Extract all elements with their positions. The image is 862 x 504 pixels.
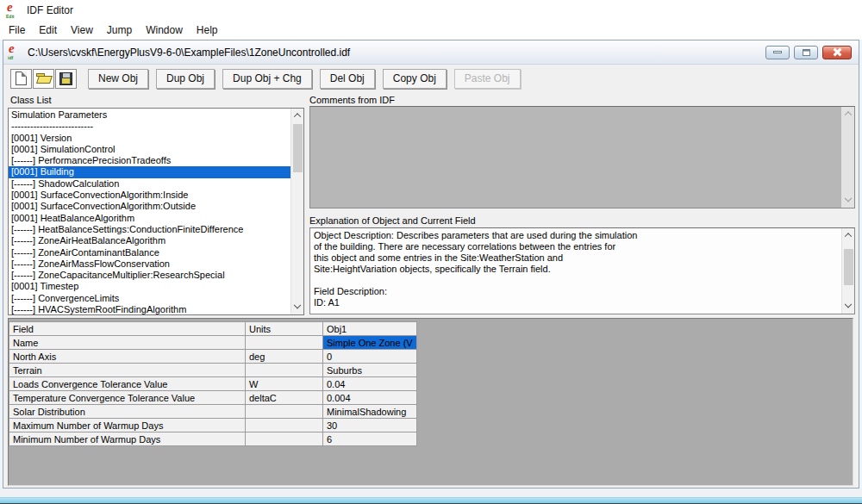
field-name-cell[interactable]: Temperature Convergence Tolerance Value — [9, 391, 246, 405]
document-titlebar[interactable]: eidf C:\Users\cvskf\EnergyPlusV9-6-0\Exa… — [3, 40, 859, 65]
units-cell[interactable] — [246, 364, 323, 377]
field-row: Minimum Number of Warmup Days6 — [9, 432, 417, 446]
class-list-item[interactable]: [------] ZoneAirMassFlowConservation — [9, 258, 290, 270]
menu-file[interactable]: File — [2, 22, 32, 38]
column-header-units[interactable]: Units — [246, 322, 323, 336]
explanation-label: Explanation of Object and Current Field — [309, 215, 476, 226]
value-cell[interactable]: Suburbs — [323, 364, 417, 377]
class-list-item[interactable]: [------] PerformancePrecisionTradeoffs — [9, 155, 290, 166]
class-list-scrollbar[interactable] — [290, 109, 303, 314]
field-name-cell[interactable]: Minimum Number of Warmup Days — [9, 432, 246, 446]
field-row: TerrainSuburbs — [9, 364, 417, 377]
column-header-field[interactable]: Field — [9, 322, 246, 336]
explanation-line: Site:HeightVariation objects, specifical… — [314, 264, 839, 275]
copy-obj-button[interactable]: Copy Obj — [383, 69, 447, 89]
toolbar: New ObjDup ObjDup Obj + ChgDel ObjCopy O… — [3, 65, 859, 91]
units-cell[interactable] — [246, 405, 323, 419]
field-name-cell[interactable]: Name — [9, 336, 246, 350]
new-file-button[interactable] — [10, 69, 32, 89]
comments-scrollbar[interactable] — [841, 107, 854, 208]
menu-bar: FileEditViewJumpWindowHelp — [0, 21, 862, 39]
units-cell[interactable] — [246, 419, 323, 432]
class-list-item[interactable]: [0001] HeatBalanceAlgorithm — [9, 213, 290, 224]
class-list-item[interactable]: [------] HVACSystemRootFindingAlgorithm — [9, 304, 290, 315]
units-cell[interactable]: deg — [246, 350, 323, 364]
open-file-button[interactable] — [33, 69, 54, 89]
class-list-item[interactable]: [0001] SurfaceConvectionAlgorithm:Outsid… — [9, 201, 290, 212]
minimize-icon — [773, 51, 782, 53]
units-cell[interactable]: W — [246, 377, 323, 391]
class-list-item[interactable]: [------] ZoneAirHeatBalanceAlgorithm — [9, 235, 290, 246]
object-buttons: New ObjDup ObjDup Obj + ChgDel ObjCopy O… — [88, 69, 521, 89]
field-row: Loads Convergence Tolerance ValueW0.04 — [9, 377, 417, 391]
chevron-down-icon — [294, 302, 301, 308]
class-list-item[interactable]: Simulation Parameters — [9, 109, 290, 121]
class-list-item[interactable]: [0001] SurfaceConvectionAlgorithm:Inside — [9, 190, 290, 201]
class-list[interactable]: Simulation Parameters-------------------… — [8, 108, 304, 315]
scroll-up-button[interactable] — [842, 228, 854, 242]
units-cell[interactable]: deltaC — [246, 391, 323, 405]
scroll-down-button[interactable] — [841, 194, 854, 208]
value-cell[interactable]: 0.004 — [323, 391, 417, 405]
minimize-button[interactable] — [765, 46, 790, 59]
field-row: Solar DistributionMinimalShadowing — [9, 405, 417, 419]
value-cell[interactable]: 30 — [323, 419, 417, 432]
value-cell[interactable]: Simple One Zone (V — [323, 336, 417, 350]
class-list-item[interactable]: [0001] Version — [9, 133, 290, 144]
save-file-button[interactable] — [55, 69, 77, 89]
class-list-item[interactable]: [------] HeatBalanceSettings:ConductionF… — [9, 224, 290, 235]
menu-help[interactable]: Help — [190, 22, 225, 38]
value-cell[interactable]: 0 — [323, 350, 417, 364]
class-list-item[interactable]: [------] ZoneCapacitanceMultiplier:Resea… — [9, 270, 290, 281]
field-row: North Axisdeg0 — [9, 350, 417, 364]
comments-textarea[interactable] — [309, 106, 855, 208]
field-row: Temperature Convergence Tolerance Valued… — [9, 391, 417, 405]
field-name-cell[interactable]: Loads Convergence Tolerance Value — [9, 377, 246, 391]
class-list-item[interactable]: [0001] Building — [9, 166, 290, 177]
class-list-item[interactable]: [------] ConvergenceLimits — [9, 293, 290, 304]
document-window: eidf C:\Users\cvskf\EnergyPlusV9-6-0\Exa… — [3, 40, 859, 488]
document-title: C:\Users\cvskf\EnergyPlusV9-6-0\ExampleF… — [28, 47, 765, 59]
field-name-cell[interactable]: Terrain — [9, 364, 246, 377]
class-list-item[interactable]: [------] ZoneAirContaminantBalance — [9, 247, 290, 258]
explanation-scrollbar[interactable] — [841, 228, 854, 314]
scroll-down-button[interactable] — [842, 300, 854, 314]
class-list-item[interactable]: [0001] SimulationControl — [9, 144, 290, 155]
explanation-line: Object Description: Describes parameters… — [314, 230, 839, 241]
scroll-up-button[interactable] — [291, 109, 303, 122]
field-name-cell[interactable]: Solar Distribution — [9, 405, 246, 419]
menu-edit[interactable]: Edit — [32, 22, 64, 38]
scrollbar-thumb[interactable] — [293, 124, 303, 172]
column-header-obj1[interactable]: Obj1 — [323, 322, 417, 336]
scroll-down-button[interactable] — [291, 301, 303, 314]
explanation-text: Object Description: Describes parameters… — [314, 230, 839, 308]
maximize-button[interactable] — [794, 46, 818, 59]
units-cell[interactable] — [246, 432, 323, 446]
explanation-textarea[interactable]: Object Description: Describes parameters… — [309, 227, 855, 314]
class-list-item[interactable]: [0001] Timestep — [9, 281, 290, 292]
window-controls — [765, 46, 854, 59]
scroll-up-button[interactable] — [841, 107, 854, 121]
scrollbar-thumb[interactable] — [844, 249, 853, 285]
close-button[interactable] — [822, 46, 852, 59]
units-cell[interactable] — [246, 336, 323, 350]
value-cell[interactable]: MinimalShadowing — [323, 405, 417, 419]
field-name-cell[interactable]: North Axis — [9, 350, 246, 364]
menu-jump[interactable]: Jump — [100, 22, 139, 38]
idf-editor-app-icon: eEdit — [6, 3, 21, 18]
dup-obj-button[interactable]: Dup Obj — [156, 69, 215, 89]
value-cell[interactable]: 0.04 — [323, 377, 417, 391]
class-list-item[interactable]: [------] ShadowCalculation — [9, 178, 290, 190]
class-list-item[interactable]: -------------------------- — [9, 121, 290, 132]
menu-view[interactable]: View — [64, 22, 100, 38]
menu-window[interactable]: Window — [139, 22, 190, 38]
field-name-cell[interactable]: Maximum Number of Warmup Days — [9, 419, 246, 432]
save-file-icon — [59, 72, 72, 85]
del-obj-button[interactable]: Del Obj — [320, 69, 375, 89]
field-table: FieldUnitsObj1NameSimple One Zone (VNort… — [9, 321, 417, 446]
dup-obj-chg-button[interactable]: Dup Obj + Chg — [222, 69, 312, 89]
new-file-icon — [16, 72, 27, 85]
new-obj-button[interactable]: New Obj — [88, 69, 148, 89]
open-file-icon — [36, 73, 51, 84]
value-cell[interactable]: 6 — [323, 432, 417, 446]
